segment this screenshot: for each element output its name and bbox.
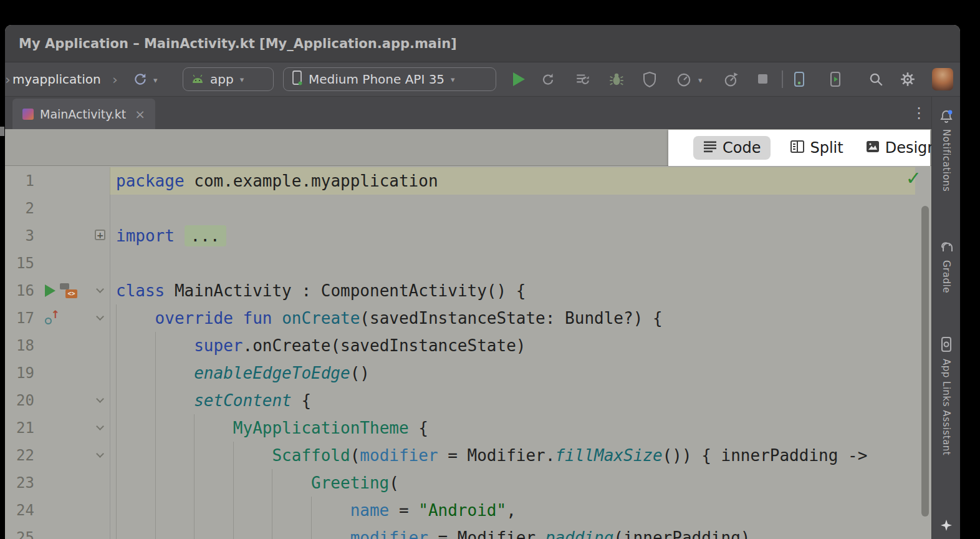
- line-number[interactable]: 1: [5, 167, 36, 195]
- stop-button[interactable]: [758, 74, 774, 90]
- mode-design-button[interactable]: Design: [863, 136, 939, 160]
- search-icon[interactable]: [868, 71, 884, 87]
- indent-guide: [155, 332, 195, 359]
- line-number[interactable]: 22: [5, 442, 36, 469]
- sidebar-item-gradle[interactable]: Gradle: [941, 260, 952, 293]
- app-links-icon[interactable]: [939, 336, 953, 355]
- code-line[interactable]: 2: [5, 195, 915, 222]
- indent-guide: [272, 469, 311, 497]
- line-number[interactable]: 16: [5, 277, 36, 304]
- fold-gutter[interactable]: [94, 414, 110, 442]
- line-number[interactable]: 25: [5, 524, 36, 539]
- code-editor[interactable]: 1package com.example.myapplication23+imp…: [5, 166, 931, 539]
- line-number[interactable]: 15: [5, 250, 36, 277]
- line-number[interactable]: 23: [5, 469, 36, 497]
- mode-split-button[interactable]: Split: [788, 136, 845, 160]
- fold-collapse-icon[interactable]: [96, 313, 104, 321]
- user-avatar[interactable]: [932, 68, 953, 90]
- fold-expand-icon[interactable]: +: [95, 230, 105, 240]
- fold-gutter[interactable]: [94, 304, 110, 332]
- fold-gutter: [94, 195, 110, 222]
- code-line[interactable]: 24name = "Android",: [5, 497, 915, 524]
- line-number[interactable]: 21: [5, 414, 36, 442]
- run-button[interactable]: [511, 71, 527, 87]
- notifications-bell-icon[interactable]: [939, 109, 954, 127]
- fold-gutter[interactable]: [94, 387, 110, 414]
- gradle-elephant-icon[interactable]: [938, 239, 954, 255]
- code-line[interactable]: 3+import ...: [5, 222, 915, 250]
- code-line[interactable]: 19enableEdgeToEdge(): [5, 359, 915, 387]
- code-text: super.onCreate(savedInstanceState): [110, 332, 915, 359]
- token-kw: fun: [243, 309, 272, 328]
- design-mode-icon: [866, 139, 880, 157]
- code-text: Greeting(: [110, 469, 915, 497]
- indent-guide: [116, 414, 155, 442]
- device-manager-icon[interactable]: [792, 71, 808, 87]
- fold-collapse-icon[interactable]: [96, 450, 104, 458]
- fold-collapse-icon[interactable]: [96, 395, 104, 403]
- tab-mainactivity[interactable]: MainActivity.kt ×: [12, 99, 155, 129]
- editor-scrollbar[interactable]: [921, 206, 929, 517]
- token-pl: .onCreate(savedInstanceState): [243, 336, 526, 355]
- apply-changes-icon[interactable]: [540, 71, 556, 87]
- code-line[interactable]: 20setContent {: [5, 387, 915, 414]
- profiler-restart-icon[interactable]: [723, 71, 739, 87]
- indent-guide: [233, 469, 272, 497]
- fold-gutter[interactable]: [94, 442, 110, 469]
- sidebar-item-app-links[interactable]: App Links Assistant: [941, 359, 952, 455]
- run-config-selector[interactable]: app ▾: [183, 67, 274, 91]
- device-selector[interactable]: Medium Phone API 35 ▾: [283, 67, 496, 91]
- project-breadcrumb[interactable]: myapplication: [12, 62, 101, 97]
- chevron-down-icon: ▾: [240, 75, 244, 84]
- gemini-sparkle-icon[interactable]: [940, 519, 953, 534]
- running-devices-icon[interactable]: [828, 71, 844, 87]
- code-line[interactable]: 21MyApplicationTheme {: [5, 414, 915, 442]
- close-tab-icon[interactable]: ×: [135, 107, 145, 122]
- line-number[interactable]: 20: [5, 387, 36, 414]
- gutter-icons: [36, 442, 94, 469]
- class-gutter-icon[interactable]: <>: [60, 283, 77, 298]
- line-number[interactable]: 24: [5, 497, 36, 524]
- kotlin-file-icon: [22, 109, 34, 120]
- fold-gutter[interactable]: [94, 277, 110, 304]
- code-line[interactable]: 15: [5, 250, 915, 277]
- token-pl: [272, 309, 282, 328]
- editor-options-icon[interactable]: ⋮: [911, 97, 926, 129]
- profiler-icon[interactable]: [676, 71, 692, 87]
- fold-collapse-icon[interactable]: [96, 422, 104, 430]
- indent-guide: [116, 359, 155, 387]
- apply-code-changes-icon[interactable]: [575, 71, 591, 87]
- chevron-down-icon[interactable]: ▾: [698, 75, 703, 85]
- main-toolbar: › myapplication › ▾ app ▾ Medium Phone A…: [5, 62, 960, 97]
- line-number[interactable]: 2: [5, 195, 36, 222]
- code-line[interactable]: 17↑override fun onCreate(savedInstanceSt…: [5, 304, 915, 332]
- code-line[interactable]: 23Greeting(: [5, 469, 915, 497]
- code-line[interactable]: 16<>class MainActivity : ComponentActivi…: [5, 277, 915, 304]
- code-line[interactable]: 22Scaffold(modifier = Modifier.fillMaxSi…: [5, 442, 915, 469]
- line-number[interactable]: 17: [5, 304, 36, 332]
- code-line[interactable]: 25modifier = Modifier.padding(innerPaddi…: [5, 524, 915, 539]
- override-gutter-icon[interactable]: ↑: [45, 311, 60, 326]
- indent-guide: [194, 497, 233, 524]
- line-number[interactable]: 18: [5, 332, 36, 359]
- attach-debugger-icon[interactable]: [642, 71, 658, 87]
- line-number[interactable]: 3: [5, 222, 36, 250]
- code-line[interactable]: 18super.onCreate(savedInstanceState): [5, 332, 915, 359]
- chevron-down-icon[interactable]: ▾: [153, 75, 158, 85]
- mode-code-button[interactable]: Code: [693, 136, 771, 160]
- run-gutter-icon[interactable]: [45, 284, 55, 297]
- inspections-ok-icon[interactable]: ✓: [906, 167, 921, 189]
- tool-window-stripe-notch: [0, 127, 4, 136]
- debug-icon[interactable]: [608, 71, 625, 87]
- sidebar-item-notifications[interactable]: Notifications: [941, 129, 952, 192]
- code-line[interactable]: 1package com.example.myapplication: [5, 167, 915, 195]
- run-config-label: app: [210, 72, 234, 87]
- line-number[interactable]: 19: [5, 359, 36, 387]
- fold-collapse-icon[interactable]: [96, 285, 104, 293]
- token-pl: = Modifier.: [428, 528, 545, 539]
- fold-gutter[interactable]: +: [94, 222, 110, 250]
- token-pl: [233, 309, 243, 328]
- indent-guide: [194, 442, 233, 469]
- gradle-sync-icon[interactable]: [132, 71, 148, 87]
- settings-gear-icon[interactable]: [900, 71, 916, 87]
